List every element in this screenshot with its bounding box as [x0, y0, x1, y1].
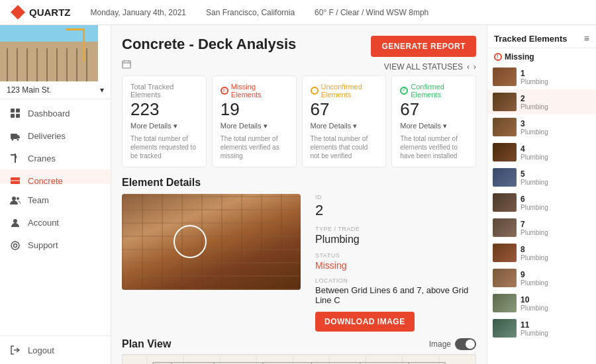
tracked-info-8: 8 Plumbing: [521, 245, 591, 261]
tracked-thumb-10: [493, 294, 517, 312]
tracked-elements-title: Tracked Elements: [494, 34, 568, 44]
view-all-statuses[interactable]: VIEW ALL STATUSES ‹ ›: [384, 62, 476, 71]
tracked-info-10: 10 Plumbing: [521, 295, 591, 312]
sidebar-item-concrete[interactable]: Concrete: [0, 169, 111, 184]
plan-view-title: Plan View: [122, 338, 171, 350]
stat-card-missing: Missing Elements 19 More Details ▾ The t…: [212, 75, 297, 167]
tracked-item-8[interactable]: 8 Plumbing: [487, 240, 596, 265]
tracked-num-2: 2: [521, 94, 591, 103]
calendar-icon: [122, 60, 131, 69]
site-image-wrapper: [0, 25, 98, 81]
calendar-row: [122, 60, 131, 69]
element-image-bg: [122, 194, 301, 290]
tracked-num-4: 4: [521, 144, 591, 154]
element-details-row: ID 2 TYPE / TRADE Plumbing STATUS Missin…: [122, 194, 476, 332]
sidebar-item-logout[interactable]: Logout: [0, 339, 111, 361]
tracked-info-11: 11 Plumbing: [521, 320, 591, 337]
tracked-sub-3: Plumbing: [521, 128, 591, 136]
svg-rect-9: [15, 156, 17, 158]
stat-link-total[interactable]: More Details ▾: [130, 122, 198, 130]
right-panel: Tracked Elements ≡ Missing 1 Plumbing 2 …: [487, 25, 596, 364]
stat-link-unconfirmed[interactable]: More Details ▾: [311, 122, 378, 130]
svg-point-13: [17, 197, 19, 200]
stat-value-confirmed: 67: [400, 100, 468, 119]
tracked-info-2: 2 Plumbing: [521, 94, 591, 111]
filter-icon[interactable]: ≡: [584, 33, 589, 44]
tracked-sub-5: Plumbing: [521, 179, 591, 186]
tracked-item-6[interactable]: 6 Plumbing: [487, 190, 596, 215]
svg-point-15: [11, 242, 19, 250]
sidebar-item-support[interactable]: Support: [0, 234, 111, 257]
tracked-item-7[interactable]: 7 Plumbing: [487, 215, 596, 240]
topbar-weather: 60° F / Clear / Wind WSW 8mph: [315, 8, 428, 17]
tracked-info-5: 5 Plumbing: [521, 169, 591, 186]
view-statuses-label: VIEW ALL STATUSES: [384, 62, 463, 71]
tracked-item-4[interactable]: 4 Plumbing: [487, 140, 596, 165]
stat-card-unconfirmed: Unconfirmed Elements 67 More Details ▾ T…: [302, 75, 387, 167]
svg-rect-17: [123, 61, 130, 68]
tracked-item-10[interactable]: 10 Plumbing: [487, 291, 596, 316]
sidebar-item-team[interactable]: Team: [0, 189, 111, 212]
status-value: Missing: [315, 260, 470, 271]
sidebar-item-deliveries[interactable]: Deliveries: [0, 124, 111, 147]
tracked-num-6: 6: [521, 195, 591, 204]
tracked-thumb-5: [493, 168, 517, 187]
team-label: Team: [28, 195, 49, 205]
tracked-num-10: 10: [521, 295, 591, 304]
topbar-location: San Francisco, California: [206, 8, 295, 17]
confirmed-label-text: Confirmed Elements: [411, 83, 468, 99]
generate-report-button[interactable]: GENERATE REPORT: [371, 36, 476, 57]
stat-desc-unconfirmed: The total number of elements that could …: [311, 134, 378, 160]
stat-desc-missing: The total number of elements verified as…: [221, 134, 288, 160]
tracked-item-5[interactable]: 5 Plumbing: [487, 165, 596, 190]
plan-view-image: [122, 354, 476, 364]
topbar: QUARTZ Monday, January 4th, 2021 San Fra…: [0, 0, 596, 25]
tracked-thumb-7: [493, 218, 517, 237]
site-selector[interactable]: 123 Main St. ▾: [0, 81, 111, 99]
element-status-row: STATUS Missing: [315, 252, 470, 271]
stat-link-confirmed[interactable]: More Details ▾: [400, 122, 468, 130]
tracked-thumb-11: [493, 319, 517, 338]
sidebar-bottom: Logout: [0, 336, 111, 364]
right-panel-header: Tracked Elements ≡: [487, 25, 596, 48]
tracked-item-11[interactable]: 11 Plumbing: [487, 316, 596, 341]
plan-view-toggle[interactable]: Image: [429, 338, 476, 350]
cranes-icon: [9, 152, 21, 164]
tracked-item-9[interactable]: 9 Plumbing: [487, 265, 596, 291]
more-details-chevron-4: ▾: [443, 122, 447, 130]
missing-label-text: Missing: [505, 52, 534, 62]
tracked-num-5: 5: [521, 169, 591, 179]
id-value: 2: [315, 202, 470, 219]
scaffold-decoration: [7, 48, 91, 81]
tracked-sub-1: Plumbing: [521, 78, 591, 85]
tracked-sub-9: Plumbing: [521, 279, 591, 287]
unconfirmed-label-text: Unconfirmed Elements: [321, 83, 378, 99]
sidebar-nav: Dashboard Deliveries Cranes Concrete: [0, 99, 111, 184]
tracked-item-1[interactable]: 1 Plumbing: [487, 64, 596, 89]
plan-image-toggle-switch[interactable]: [455, 338, 476, 350]
tracked-sub-6: Plumbing: [521, 204, 591, 211]
stat-label-confirmed: Confirmed Elements: [400, 83, 468, 99]
sidebar-item-account[interactable]: Account: [0, 212, 111, 234]
total-label-text: Total Tracked Elements: [130, 83, 198, 99]
account-icon: [9, 217, 21, 229]
app-logo[interactable]: QUARTZ: [11, 5, 71, 20]
svg-point-14: [13, 219, 17, 223]
element-id-row: ID 2: [315, 194, 470, 219]
tracked-item-3[interactable]: 3 Plumbing: [487, 114, 596, 140]
stat-link-missing[interactable]: More Details ▾: [221, 122, 288, 130]
download-image-button[interactable]: DOWNLOAD IMAGE: [315, 312, 415, 332]
plan-view-header: Plan View Image: [122, 338, 476, 350]
site-name: 123 Main St.: [7, 85, 51, 95]
unconfirmed-status-dot: [311, 87, 319, 95]
sidebar-item-dashboard[interactable]: Dashboard: [0, 102, 111, 124]
stat-card-total: Total Tracked Elements 223 More Details …: [122, 75, 207, 167]
logout-label: Logout: [28, 345, 54, 355]
concrete-label: Concrete: [28, 176, 63, 184]
logout-icon: [9, 344, 21, 356]
missing-label-text: Missing Elements: [231, 83, 288, 99]
tracked-info-1: 1 Plumbing: [521, 69, 591, 85]
tracked-sub-4: Plumbing: [521, 154, 591, 161]
tracked-item-2[interactable]: 2 Plumbing: [487, 89, 596, 114]
sidebar-item-cranes[interactable]: Cranes: [0, 147, 111, 169]
